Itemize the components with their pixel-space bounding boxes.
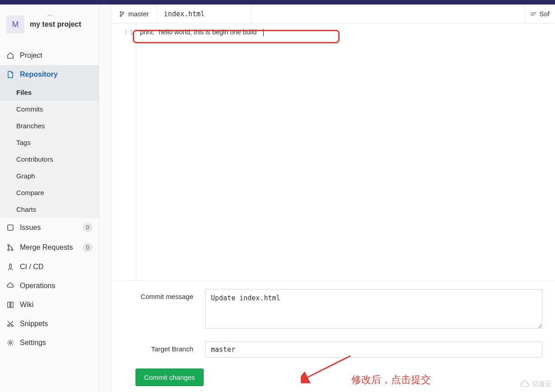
nav-label: Issues xyxy=(20,224,41,232)
commit-form: Commit message Update index.html Target … xyxy=(112,281,555,392)
nav-label: Merge Requests xyxy=(20,243,73,252)
commit-message-label: Commit message xyxy=(125,289,205,300)
wrap-toggle[interactable]: Sof xyxy=(524,5,555,23)
svg-point-8 xyxy=(120,15,121,16)
sub-tags[interactable]: Tags xyxy=(0,134,99,151)
code-editor[interactable]: i 1 print: "hello world, this is begin o… xyxy=(112,23,555,281)
chevron-up-icon: ︿ xyxy=(47,11,52,19)
watermark-text: 亿速云 xyxy=(532,380,551,388)
nav-label: Operations xyxy=(20,282,55,290)
commit-changes-button[interactable]: Commit changes xyxy=(135,369,204,386)
nav-cicd[interactable]: CI / CD xyxy=(0,257,99,276)
commit-message-input[interactable]: Update index.html xyxy=(205,289,542,329)
line-number: 1 xyxy=(130,29,133,36)
top-strip xyxy=(0,0,555,5)
project-title: my test project xyxy=(30,20,81,28)
svg-point-3 xyxy=(11,249,13,251)
wrap-label: Sof xyxy=(539,10,550,18)
gear-icon xyxy=(6,339,14,347)
svg-rect-0 xyxy=(8,225,13,230)
scissors-icon xyxy=(6,320,14,328)
code-text: print: "hello world, this is begin one b… xyxy=(140,28,259,36)
repo-subitems: Files Commits Branches Tags Contributors… xyxy=(0,84,99,218)
code-line-1[interactable]: print: "hello world, this is begin one b… xyxy=(136,27,555,37)
code-area[interactable]: print: "hello world, this is begin one b… xyxy=(136,23,555,280)
nav-label: CI / CD xyxy=(20,263,43,271)
home-icon xyxy=(6,51,14,60)
svg-point-6 xyxy=(9,342,12,344)
nav-repository[interactable]: Repository xyxy=(0,65,99,84)
nav-merge-requests[interactable]: Merge Requests 0 xyxy=(0,238,99,257)
project-avatar: M xyxy=(6,15,24,33)
project-header[interactable]: M my test project xyxy=(0,5,99,42)
annotation-text: 修改后，点击提交 xyxy=(351,373,431,387)
rocket-icon xyxy=(6,263,14,271)
file-header: master index.html Sof xyxy=(112,5,555,23)
svg-point-7 xyxy=(120,11,121,13)
merge-icon xyxy=(6,243,14,252)
nav-settings[interactable]: Settings xyxy=(0,333,99,352)
cloud-logo-icon xyxy=(520,381,531,388)
svg-point-4 xyxy=(8,325,9,327)
svg-point-9 xyxy=(122,12,124,13)
sub-compare[interactable]: Compare xyxy=(0,184,99,201)
nav-label: Snippets xyxy=(20,320,48,328)
resize-handle[interactable] xyxy=(99,5,112,392)
info-icon: i xyxy=(125,28,127,36)
nav-label: Repository xyxy=(20,70,58,79)
cloud-icon xyxy=(6,282,14,290)
svg-point-2 xyxy=(8,249,9,251)
sub-files[interactable]: Files xyxy=(0,84,99,101)
nav-project[interactable]: Project xyxy=(0,46,99,65)
issues-count: 0 xyxy=(83,223,93,232)
merge-count: 0 xyxy=(83,243,93,252)
filename-display[interactable]: index.html xyxy=(157,5,252,23)
file-icon xyxy=(6,70,14,79)
nav-label: Settings xyxy=(20,339,46,347)
branch-name: master xyxy=(128,10,149,18)
nav-wiki[interactable]: Wiki xyxy=(0,295,99,314)
watermark: 亿速云 xyxy=(520,380,551,388)
book-icon xyxy=(6,301,14,309)
line-gutter: i 1 xyxy=(112,23,136,280)
sub-branches[interactable]: Branches xyxy=(0,117,99,134)
wrap-icon xyxy=(530,12,536,16)
sub-charts[interactable]: Charts xyxy=(0,201,99,218)
sub-commits[interactable]: Commits xyxy=(0,101,99,117)
main-content: master index.html Sof i 1 print: xyxy=(112,5,555,392)
nav-label: Project xyxy=(20,51,42,60)
target-branch-input[interactable] xyxy=(205,341,542,358)
nav-label: Wiki xyxy=(20,301,33,309)
branch-selector[interactable]: master xyxy=(112,5,157,23)
sub-contributors[interactable]: Contributors xyxy=(0,151,99,168)
sidebar: ︿ M my test project Project Repository F… xyxy=(0,5,99,392)
branch-icon xyxy=(119,11,125,17)
sub-graph[interactable]: Graph xyxy=(0,168,99,184)
issues-icon xyxy=(6,224,14,232)
target-branch-label: Target Branch xyxy=(125,341,205,353)
nav-snippets[interactable]: Snippets xyxy=(0,314,99,333)
nav-issues[interactable]: Issues 0 xyxy=(0,218,99,238)
nav-operations[interactable]: Operations xyxy=(0,276,99,295)
svg-point-5 xyxy=(11,325,13,327)
